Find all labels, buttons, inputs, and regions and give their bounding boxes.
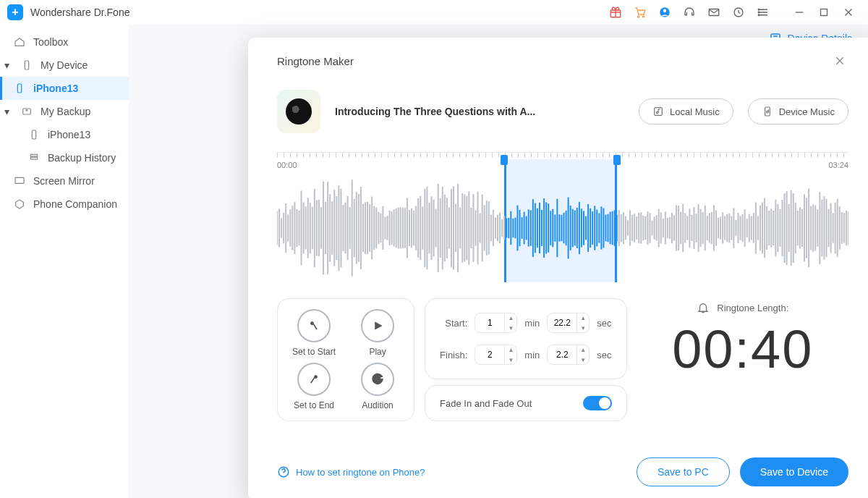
svg-point-8 [758, 12, 760, 13]
app-logo-icon: + [7, 4, 23, 20]
support-icon[interactable] [679, 2, 699, 22]
cart-icon[interactable] [630, 2, 650, 22]
finish-min-spinner[interactable]: ▲▼ [475, 345, 517, 365]
sidebar-item-label: Backup History [48, 152, 116, 164]
start-min-spinner[interactable]: ▲▼ [475, 313, 517, 333]
modal-title: Ringtone Maker [277, 55, 354, 67]
unit-label: sec [597, 350, 611, 360]
sidebar-item-label: Screen Mirror [33, 175, 95, 187]
play-button[interactable]: Play [356, 309, 399, 357]
sidebar-item-label: Toolbox [33, 36, 68, 48]
sidebar-item-my-backup[interactable]: ▾ My Backup [0, 100, 129, 123]
length-label: Ringtone Length: [717, 303, 788, 313]
sidebar-item-toolbox[interactable]: Toolbox [0, 30, 129, 54]
phone-icon [27, 128, 41, 141]
ringtone-length-display: Ringtone Length: 00:40 [637, 298, 848, 421]
time-range-controls: Start: ▲▼ min ▲▼ sec Finish: ▲▼ min ▲▼ s… [425, 298, 626, 379]
content-area: Device Details Yes False Off 02443304578… [129, 25, 868, 498]
save-to-device-button[interactable]: Save to Device [740, 457, 848, 486]
time-ruler[interactable] [277, 152, 848, 158]
waveform-area: 00:00 03:24 [277, 152, 848, 282]
fade-label: Fade In and Fade Out [440, 398, 532, 409]
sidebar: Toolbox ▾ My Device iPhone13 ▾ My Backup… [0, 25, 129, 498]
sidebar-item-backup-iphone13[interactable]: iPhone13 [0, 123, 129, 146]
modal-close-button[interactable] [831, 52, 848, 69]
titlebar: + Wondershare Dr.Fone [0, 0, 868, 25]
local-music-button[interactable]: Local Music [639, 98, 733, 124]
backup-icon [20, 105, 33, 118]
sidebar-item-label: iPhone13 [48, 129, 90, 140]
sidebar-item-phone-companion[interactable]: Phone Companion [0, 193, 129, 216]
sidebar-item-backup-history[interactable]: Backup History [0, 146, 129, 169]
mail-icon[interactable] [704, 2, 724, 22]
playback-controls: Set to Start Play Set to End Audition [277, 298, 414, 421]
app-title: Wondershare Dr.Fone [30, 7, 129, 18]
finish-label: Finish: [440, 350, 467, 360]
sidebar-item-my-device[interactable]: ▾ My Device [0, 54, 129, 77]
svg-rect-14 [32, 130, 35, 139]
svg-rect-11 [25, 61, 28, 69]
sidebar-item-label: My Device [41, 59, 88, 71]
svg-point-4 [663, 9, 667, 12]
audition-button[interactable]: Audition [356, 363, 399, 410]
svg-point-2 [642, 15, 644, 17]
save-to-pc-button[interactable]: Save to PC [637, 457, 730, 486]
svg-rect-21 [765, 107, 770, 116]
start-sec-spinner[interactable]: ▲▼ [547, 313, 590, 333]
button-label: Save to PC [658, 466, 709, 478]
chevron-down-icon: ▾ [4, 59, 13, 71]
sidebar-item-label: iPhone13 [33, 83, 78, 94]
companion-icon [13, 198, 26, 211]
help-link[interactable]: How to set ringtone on Phone? [277, 465, 425, 478]
menu-icon[interactable] [753, 2, 773, 22]
button-label: Device Music [779, 106, 835, 117]
button-label: Play [369, 347, 386, 357]
start-label: Start: [445, 318, 467, 329]
button-label: Set to End [294, 400, 334, 410]
fade-toggle[interactable] [583, 396, 612, 410]
time-end-label: 03:24 [828, 161, 848, 169]
sidebar-item-screen-mirror[interactable]: Screen Mirror [0, 169, 129, 193]
unit-label: sec [597, 318, 611, 329]
device-music-button[interactable]: Device Music [748, 98, 848, 124]
button-label: Local Music [670, 106, 720, 117]
phone-icon [13, 82, 26, 95]
selection-start-handle[interactable] [501, 155, 508, 165]
maximize-button[interactable] [814, 2, 834, 22]
svg-rect-10 [821, 9, 827, 15]
screen-icon [13, 174, 26, 187]
track-title: Introducing The Three Questions with A..… [335, 106, 624, 117]
avatar-icon[interactable] [655, 2, 675, 22]
finish-sec-spinner[interactable]: ▲▼ [547, 345, 590, 365]
toolbox-icon [13, 35, 26, 48]
svg-point-7 [758, 9, 760, 10]
close-button[interactable] [838, 2, 859, 22]
button-label: Save to Device [760, 466, 828, 478]
history-icon[interactable] [728, 2, 749, 22]
gift-icon[interactable] [605, 2, 626, 22]
chevron-down-icon: ▾ [4, 106, 13, 117]
time-start-label: 00:00 [277, 161, 297, 169]
unit-label: min [524, 318, 540, 329]
length-value: 00:40 [672, 318, 813, 380]
button-label: Audition [362, 400, 393, 410]
bell-icon [697, 301, 710, 314]
svg-point-9 [758, 14, 760, 16]
unit-label: min [524, 350, 540, 360]
sidebar-item-label: Phone Companion [33, 198, 117, 210]
waveform[interactable] [277, 174, 848, 282]
svg-rect-16 [30, 157, 37, 159]
minimize-button[interactable] [789, 2, 809, 22]
button-label: Set to Start [292, 347, 336, 357]
svg-rect-15 [30, 154, 37, 156]
set-to-start-button[interactable]: Set to Start [292, 309, 336, 357]
help-label: How to set ringtone on Phone? [296, 467, 425, 478]
selection-end-handle[interactable] [613, 155, 621, 165]
svg-rect-17 [15, 177, 24, 183]
sidebar-item-iphone13[interactable]: iPhone13 [0, 77, 129, 100]
track-cover-icon [277, 90, 320, 133]
set-to-end-button[interactable]: Set to End [292, 363, 336, 410]
device-icon [20, 59, 33, 72]
svg-point-1 [638, 15, 639, 17]
svg-rect-12 [17, 84, 21, 93]
